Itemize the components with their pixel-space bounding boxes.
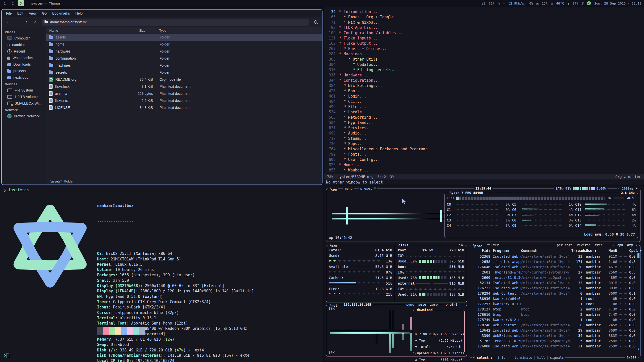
headset-icon[interactable]: ∩	[498, 2, 500, 5]
process-row[interactable]: 52134Isolated Web Co /nix/store/sm8fmrf3…	[471, 280, 639, 285]
org-heading[interactable]: * Audio...	[339, 131, 366, 135]
org-heading[interactable]: * Files...	[339, 105, 366, 109]
sidebar-item[interactable]: ⌂ nambiar	[2, 41, 46, 48]
menu-item[interactable]: Bookmarks	[50, 11, 72, 16]
org-heading[interactable]: * Miscellaneous Packages and Programs...	[339, 147, 434, 151]
check-shield-icon[interactable]: ✓	[587, 1, 591, 5]
org-heading[interactable]: * Nix Settings...	[339, 83, 382, 88]
sidebar-item[interactable]: projects	[2, 68, 46, 74]
process-row[interactable]: 176646Isolated Web Co /nix/store/sm8fmrf…	[471, 264, 639, 269]
up-button[interactable]: ↑	[22, 19, 30, 26]
org-heading[interactable]: * Envrc + Direnv...	[339, 47, 387, 51]
org-heading-line[interactable]: 428 * Boot...	[326, 88, 643, 94]
org-heading-line[interactable]: 93 * TLDR App List...	[326, 25, 643, 30]
major-mode[interactable]: Org	[615, 175, 622, 179]
org-heading[interactable]: * Introduction...	[339, 10, 378, 14]
interval-inc[interactable]: +	[635, 187, 637, 190]
buffer-name[interactable]: system/README.org	[337, 175, 373, 179]
column-name[interactable]: Name	[46, 27, 136, 34]
sort-by-command[interactable]: Command:	[521, 249, 571, 253]
git-branch[interactable]: master	[628, 175, 641, 179]
sort-by-program[interactable]: Program:	[493, 249, 521, 253]
org-heading[interactable]: * Locale...	[339, 110, 369, 114]
process-row[interactable]: 2660.emacs-31.0.50- /nix/store/wnqz5pa8r…	[471, 275, 639, 280]
process-row[interactable]: 178616btop btop2 nambiar7.4M 0.0	[471, 312, 639, 317]
process-row[interactable]: 178294Web Content /nix/store/sm8fmrf3wps…	[471, 291, 639, 296]
net-zero-button[interactable]: zero	[429, 303, 439, 307]
org-heading[interactable]: * Networking...	[339, 115, 378, 120]
menu-button[interactable]: menu	[343, 187, 354, 191]
org-heading[interactable]: * User Config...	[339, 157, 380, 162]
preset-button[interactable]: preset *	[359, 187, 377, 191]
process-row[interactable]: 2658.firefox-wrappe /nix/store/sm8fmrf3w…	[471, 259, 639, 264]
org-heading-line[interactable]: 809 * User Config...	[326, 157, 643, 162]
menu-item[interactable]: View	[27, 11, 39, 16]
org-heading-line[interactable]: 698 * Audio...	[326, 130, 643, 136]
filter-button[interactable]: filter	[486, 243, 500, 247]
process-row[interactable]: 38936kworker/u64:6-kc 1 root0B 0.0	[471, 296, 639, 301]
battery-level[interactable]: 97%	[573, 2, 578, 5]
file-row[interactable]: secrets Folder	[46, 69, 322, 76]
menu-item[interactable]: File	[4, 11, 14, 16]
org-heading[interactable]: * Nix & Nixos...	[339, 20, 380, 25]
menu-item[interactable]: Edit	[15, 11, 26, 16]
org-heading[interactable]: * TLDR App List...	[339, 25, 380, 30]
org-heading-line[interactable]: 461 * Login...	[326, 94, 643, 99]
sidebar-item[interactable]: nextcloud	[2, 74, 46, 81]
org-heading-line[interactable]: 736 * Sops...	[326, 141, 643, 146]
process-row[interactable]: 175749kworker/6:2-even 1 root0B 0.0	[471, 317, 639, 322]
org-heading[interactable]: * Sops...	[339, 142, 364, 146]
process-row[interactable]: 13642Isolated Web Co /nix/store/sm8fmrf3…	[471, 328, 639, 333]
forward-button[interactable]: →	[13, 19, 21, 26]
org-heading[interactable]: * Hardware...	[339, 73, 369, 77]
org-heading[interactable]: * Other Utils	[339, 57, 378, 62]
memory-usage[interactable]: 13%	[542, 2, 547, 5]
proc-box-title[interactable]: 4proc	[472, 243, 484, 248]
menu-item[interactable]: Help	[73, 11, 85, 16]
org-heading-line[interactable]: 563 * Networking...	[326, 115, 643, 120]
sidebar-item[interactable]: SMALLBOX Wi...	[2, 100, 46, 107]
terminate-key[interactable]: terminate	[514, 356, 532, 359]
workspace-button[interactable]: 1	[2, 0, 8, 6]
org-heading-line[interactable]: 282 * Machines...	[326, 51, 643, 57]
org-heading-line[interactable]: 384 * Nix Settings...	[326, 83, 643, 88]
process-row[interactable]: 51762.emacs-31.0.50- /nix/store/wnqz5pa8…	[471, 338, 639, 343]
kill-key[interactable]: kill	[537, 356, 545, 359]
org-heading-line[interactable]: 584 * Hyprland...	[326, 120, 643, 125]
sidebar-item[interactable]: Wastebasket	[2, 55, 46, 61]
process-row[interactable]: 176000Isolated Web Co /nix/store/sm8fmrf…	[471, 343, 639, 349]
org-heading[interactable]: * Machines...	[339, 52, 369, 56]
volume-level[interactable]: 72%	[489, 2, 494, 5]
temperature[interactable]: 46°C	[556, 2, 564, 5]
process-row[interactable]: 176223Isolated Web Co /nix/store/sm8fmrf…	[471, 285, 639, 291]
file-row[interactable]: user.nix 229 bytes Plain text document	[46, 90, 322, 97]
sort-by-user[interactable]: User:	[582, 249, 601, 253]
process-row[interactable]: 179127btop btop2 nambiar7.3M 0.0	[471, 306, 639, 312]
file-row[interactable]: flake.nix 2,5 KiB Plain text document	[46, 97, 322, 104]
sidebar-item[interactable]: File System	[2, 87, 46, 94]
org-heading-line[interactable]: 671 * Services...	[326, 125, 643, 130]
path-bar[interactable]: /home/nambiar/system/	[42, 19, 309, 26]
file-row[interactable]: machines Folder	[46, 62, 322, 69]
network-rate[interactable]: (2.9kb/s)	[508, 2, 526, 5]
io-mode-button[interactable]: io	[458, 243, 464, 247]
net-iface-switcher[interactable]: ←b eth0 n→	[442, 303, 465, 307]
org-heading-line[interactable]: 65 * Emacs + Org + Tangle...	[326, 14, 643, 20]
sidebar-item[interactable]: Downloads	[2, 61, 46, 68]
org-heading-line[interactable]: 121 * Flake Inputs...	[326, 35, 643, 41]
org-heading-line[interactable]: 764 * Miscellaneous Packages and Program…	[326, 146, 643, 152]
sort-by-pid[interactable]: Pid:	[471, 249, 493, 253]
home-button[interactable]: ⌂	[31, 19, 39, 26]
org-heading-line[interactable]: 310 * Editing secrets...	[326, 67, 643, 72]
org-heading[interactable]: * Updates...	[339, 62, 380, 67]
file-row[interactable]: configuration Folder	[46, 55, 322, 62]
net-sync-button[interactable]: sync	[405, 303, 415, 307]
org-heading-line[interactable]: 109 * Configuration Variables...	[326, 30, 643, 35]
sort-by-cpu[interactable]: Cpu% ↑	[629, 249, 644, 253]
sidebar-item[interactable]: Recent	[2, 48, 46, 55]
column-type[interactable]: Type	[156, 27, 322, 34]
reverse-button[interactable]: reverse	[576, 243, 592, 247]
file-row[interactable]: README.org 76,4 KiB Org-mode file	[46, 76, 322, 83]
tree-button[interactable]: tree	[594, 243, 604, 247]
org-heading[interactable]: * Services...	[339, 126, 373, 130]
